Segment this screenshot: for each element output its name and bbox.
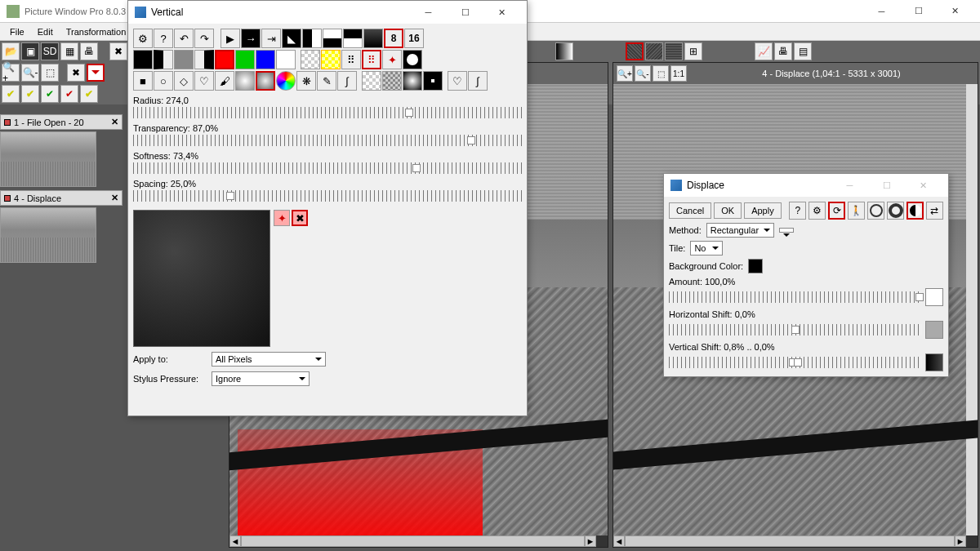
zoom-fit-button[interactable]: ⬚ (41, 64, 59, 82)
pattern-btn-3[interactable] (665, 42, 683, 60)
scroll-right-icon-r[interactable]: ► (955, 535, 966, 547)
zoom-in-button[interactable]: 🔍+ (2, 64, 20, 82)
color-red[interactable] (215, 50, 234, 69)
disp-circle-icon[interactable] (867, 202, 884, 220)
scroll-thumb-r[interactable] (625, 535, 955, 547)
file-entry-2[interactable]: 4 - Displace ✕ (0, 190, 122, 263)
file-close-2[interactable]: ✕ (111, 193, 118, 203)
softness-slider[interactable] (133, 162, 522, 174)
soft-brush-icon[interactable] (235, 71, 255, 91)
vshift-slider[interactable] (669, 357, 922, 368)
method-extra-dropdown[interactable] (779, 228, 794, 233)
circle-brush-icon[interactable]: ○ (154, 71, 173, 91)
dropdown-button[interactable] (87, 64, 105, 82)
arrow-right-icon[interactable]: → (241, 29, 261, 48)
disp-close[interactable]: ✕ (905, 174, 942, 197)
help-icon[interactable]: ? (154, 29, 173, 48)
grid-btn[interactable]: ⊞ (684, 42, 702, 60)
vert-minimize[interactable]: ─ (410, 1, 447, 24)
tile-dropdown[interactable]: No (690, 241, 723, 256)
apply-to-dropdown[interactable]: All Pixels (212, 352, 326, 367)
file-thumb-1[interactable] (0, 131, 96, 187)
hshift-slider[interactable] (669, 324, 922, 335)
cancel-button[interactable]: Cancel (669, 202, 711, 219)
pattern-checker[interactable] (301, 50, 320, 69)
chart-btn[interactable]: 📈 (755, 42, 773, 60)
scrollbar-h-left[interactable]: ◄ ► (229, 535, 596, 547)
color-half-2[interactable] (194, 50, 214, 69)
texture-1-icon[interactable] (362, 71, 381, 91)
split-horiz2-icon[interactable] (343, 29, 363, 48)
texture-2-icon[interactable] (382, 71, 402, 91)
color-gray[interactable] (174, 50, 194, 69)
check-2[interactable]: ✔ (21, 85, 39, 103)
check-4[interactable]: ✔ (60, 85, 78, 103)
apply-button[interactable]: Apply (744, 202, 782, 219)
disp-refresh-icon[interactable]: ⟳ (828, 202, 845, 220)
disp-half-icon[interactable] (906, 202, 924, 220)
method-dropdown[interactable]: Rectangular (706, 223, 774, 238)
arrow-left-icon[interactable]: ▶ (220, 29, 240, 48)
ok-button[interactable]: OK (714, 202, 742, 219)
grad-dark-icon[interactable] (363, 29, 383, 48)
cancel-x-button[interactable]: ✖ (67, 64, 85, 82)
close-button[interactable]: ✕ (937, 0, 973, 23)
pattern-circle[interactable] (403, 50, 422, 69)
preview-x-icon[interactable]: ✖ (292, 210, 308, 226)
vp-zoom-out-r[interactable]: 🔍- (635, 65, 651, 82)
brush-size-8[interactable]: 8 (384, 29, 403, 48)
scroll-left-icon[interactable]: ◄ (229, 535, 241, 547)
pattern-dots[interactable]: ⠿ (341, 50, 361, 69)
check-1[interactable]: ✔ (2, 85, 20, 103)
scroll-right-icon[interactable]: ► (585, 535, 596, 547)
maximize-button[interactable]: ☐ (900, 0, 937, 23)
brush-tip-icon[interactable]: ✎ (317, 71, 336, 91)
layers-btn[interactable]: ▤ (794, 42, 812, 60)
color-green[interactable] (235, 50, 255, 69)
vert-maximize[interactable]: ☐ (447, 1, 483, 24)
color-blue[interactable] (256, 50, 275, 69)
texture-dot-icon[interactable] (423, 71, 443, 91)
diamond-brush-icon[interactable]: ◇ (174, 71, 194, 91)
zoom-out-button[interactable]: 🔍- (21, 64, 39, 82)
paint-brush-icon[interactable]: 🖌 (215, 71, 234, 91)
transparency-slider[interactable] (133, 135, 522, 146)
menu-edit[interactable]: Edit (31, 25, 60, 38)
color-wheel-2-icon[interactable]: ❋ (296, 71, 316, 91)
mask-curve-icon[interactable]: ∫ (468, 71, 488, 91)
amount-swatch[interactable] (925, 288, 943, 306)
tool-btn-2[interactable]: SD (41, 42, 59, 60)
split-vert-icon[interactable] (302, 29, 322, 48)
square-brush-icon[interactable]: ■ (133, 71, 153, 91)
vertical-titlebar[interactable]: Vertical ─ ☐ ✕ (128, 1, 527, 24)
file-close-1[interactable]: ✕ (111, 117, 118, 127)
undo-icon[interactable]: ↶ (174, 29, 194, 48)
vp-zoom-fit-r[interactable]: ⬚ (653, 65, 669, 82)
disp-maximize[interactable]: ☐ (868, 174, 905, 197)
disp-help-icon[interactable]: ? (789, 202, 806, 220)
gradient-btn[interactable] (555, 42, 573, 60)
open-button[interactable]: 📂 (2, 42, 20, 60)
vp-zoom-in-r[interactable]: 🔍+ (617, 65, 633, 82)
disp-gear-icon[interactable]: ⚙ (808, 202, 826, 220)
split-horiz-icon[interactable] (323, 29, 342, 48)
scrollbar-h-right[interactable]: ◄ ► (613, 535, 966, 547)
print-button[interactable]: 🖶 (80, 42, 98, 60)
texture-3-icon[interactable] (403, 71, 422, 91)
color-black-left[interactable] (133, 50, 153, 69)
disp-minimize[interactable]: ─ (831, 174, 868, 197)
pattern-btn-1[interactable] (626, 42, 644, 60)
check-5[interactable]: ✔ (80, 85, 98, 103)
amount-slider[interactable] (669, 291, 922, 303)
pattern-checker-red[interactable] (321, 50, 341, 69)
vp-ratio-r[interactable]: 1:1 (670, 65, 687, 82)
vert-close[interactable]: ✕ (483, 1, 520, 24)
color-wheel-icon[interactable] (276, 71, 296, 91)
hshift-swatch[interactable] (925, 321, 943, 339)
preview-mark-icon[interactable]: ✦ (274, 210, 290, 226)
tool-btn-close[interactable]: ✖ (109, 42, 127, 60)
pattern-star[interactable]: ✦ (382, 50, 402, 69)
radius-slider[interactable] (133, 107, 522, 118)
arrow-double-icon[interactable]: ⇥ (261, 29, 281, 48)
minimize-button[interactable]: ─ (863, 0, 900, 23)
